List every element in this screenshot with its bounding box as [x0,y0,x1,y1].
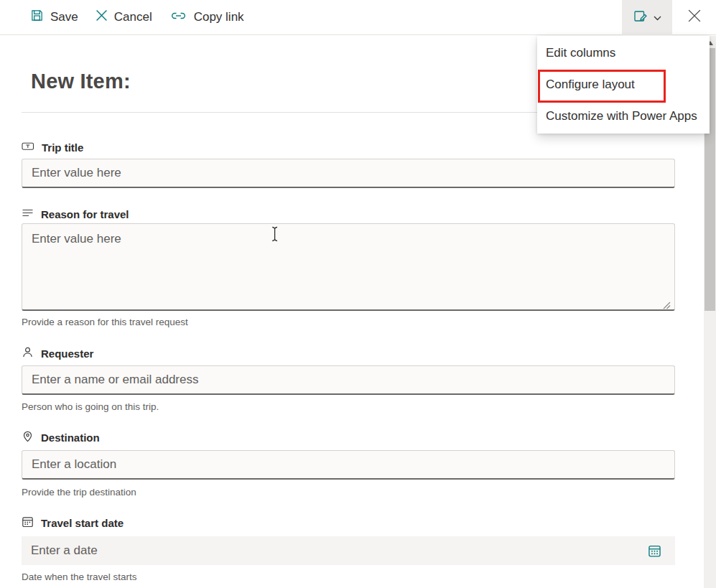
edit-form-icon [633,9,648,27]
location-pin-icon [22,430,34,444]
close-icon [688,9,701,25]
menu-item-edit-columns[interactable]: Edit columns [537,37,710,69]
menu-item-label: Configure layout [546,78,635,92]
field-label-text: Destination [41,431,100,444]
cancel-x-icon [96,9,108,25]
field-label-trip-title: Trip title [22,140,83,154]
travel-start-date-field[interactable]: Enter a date [22,536,675,565]
helper-text: Person who is going on this trip. [22,401,159,412]
save-icon [30,9,44,26]
menu-item-label: Customize with Power Apps [546,109,697,123]
menu-item-customize-power-apps[interactable]: Customize with Power Apps [537,101,710,132]
new-item-form-panel: Save Cancel Copy link [0,0,716,588]
helper-text: Provide a reason for this travel request [22,317,188,327]
cancel-label: Cancel [114,10,152,24]
save-label: Save [50,10,78,24]
form-options-menu: Edit columns Configure layout Customize … [537,36,710,134]
helper-text: Date when the travel starts [22,571,137,582]
field-label-text: Travel start date [41,517,124,529]
command-bar: Save Cancel Copy link [0,0,716,35]
link-icon [169,9,187,27]
copy-link-button[interactable]: Copy link [161,0,253,35]
multiline-text-icon [22,207,34,221]
requester-input[interactable] [22,365,675,395]
field-label-destination: Destination [22,430,100,444]
person-icon [22,346,34,360]
single-line-text-icon [22,140,34,154]
reason-for-travel-textarea[interactable] [22,223,675,311]
field-label-text: Reason for travel [41,208,129,220]
menu-item-label: Edit columns [546,46,615,60]
edit-form-dropdown-button[interactable] [622,0,672,35]
cancel-button[interactable]: Cancel [87,0,161,35]
field-label-travel-start-date: Travel start date [22,515,124,530]
calendar-icon [22,515,34,530]
chevron-down-icon [654,11,661,24]
date-placeholder-text: Enter a date [31,543,98,558]
save-button[interactable]: Save [22,0,87,35]
date-picker-button[interactable] [643,539,666,562]
page-title: New Item: [31,70,131,93]
field-label-reason-for-travel: Reason for travel [22,207,129,221]
menu-item-configure-layout[interactable]: Configure layout [537,69,710,101]
toolbar-right-group [622,0,712,35]
field-label-text: Requester [41,347,93,360]
field-label-text: Trip title [42,141,83,154]
close-panel-button[interactable] [677,0,712,35]
helper-text: Provide the trip destination [22,487,136,498]
field-label-requester: Requester [22,346,93,360]
textarea-resize-grip-icon[interactable] [662,299,671,312]
destination-input[interactable] [22,450,675,480]
copy-link-label: Copy link [194,10,244,24]
trip-title-input[interactable] [22,159,675,188]
